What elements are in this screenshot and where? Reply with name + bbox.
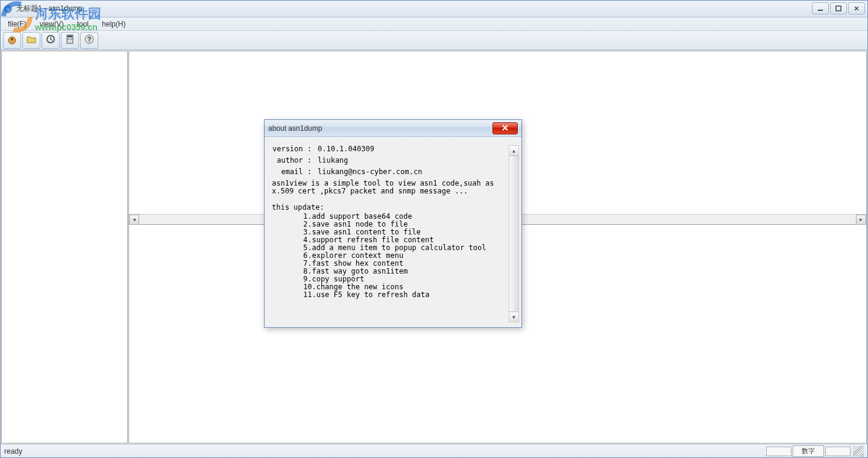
dialog-description: asn1view is a simple tool to view asn1 c… — [272, 180, 514, 195]
email-value: liukang@ncs-cyber.com.cn — [318, 168, 422, 176]
minimize-button[interactable] — [812, 2, 829, 14]
window-controls — [812, 2, 865, 14]
tool-btn-1[interactable] — [3, 32, 21, 49]
tree-pane[interactable] — [1, 51, 128, 444]
svg-rect-8 — [68, 36, 72, 37]
scroll-up-arrow[interactable]: ▲ — [509, 146, 518, 156]
menu-tool[interactable]: tool — [72, 19, 93, 30]
tool-btn-calc[interactable] — [61, 32, 79, 49]
toolbar: ? — [1, 31, 867, 50]
scroll-down-arrow[interactable]: ▼ — [509, 312, 518, 322]
scroll-thumb[interactable] — [509, 156, 518, 312]
svg-text:?: ? — [87, 36, 92, 43]
scroll-left-arrow[interactable]: ◄ — [129, 215, 139, 225]
dialog-titlebar[interactable]: about asn1dump — [265, 120, 521, 137]
author-label: author : — [272, 157, 318, 165]
titlebar: 无标题1 - asn1dump — [1, 1, 867, 17]
close-button[interactable] — [848, 2, 865, 14]
menu-help[interactable]: help(H) — [97, 19, 130, 30]
close-icon — [502, 124, 509, 133]
refresh-icon — [45, 34, 56, 46]
maximize-button[interactable] — [830, 2, 847, 14]
svg-point-5 — [11, 38, 13, 40]
svg-rect-10 — [69, 39, 71, 40]
help-icon: ? — [84, 34, 95, 46]
svg-rect-3 — [836, 6, 841, 11]
resize-grip[interactable] — [853, 446, 864, 457]
svg-rect-11 — [71, 39, 72, 40]
version-value: 0.10.1.040309 — [318, 145, 374, 153]
dialog-title: about asn1dump — [268, 124, 492, 133]
email-label: email : — [272, 168, 318, 176]
version-label: version : — [272, 145, 318, 153]
update-title: this update: — [272, 204, 514, 212]
statusbar: ready 数字 — [1, 444, 867, 457]
status-cell-1 — [766, 447, 791, 456]
app-icon — [3, 4, 13, 14]
menu-view[interactable]: view(V) — [35, 19, 69, 30]
menubar: file(F) view(V) tool help(H) — [1, 17, 867, 31]
tool-btn-help[interactable]: ? — [80, 32, 98, 49]
dialog-vertical-scrollbar[interactable]: ▲ ▼ — [509, 145, 519, 322]
calculator-icon — [64, 34, 75, 46]
update-item: 11.use F5 key to refresh data — [303, 291, 514, 299]
author-value: liukang — [318, 157, 348, 165]
tool-btn-open[interactable] — [22, 32, 40, 49]
svg-rect-9 — [68, 39, 69, 40]
window-title: 无标题1 - asn1dump — [16, 4, 82, 14]
svg-rect-2 — [818, 10, 823, 11]
tool-btn-refresh[interactable] — [42, 32, 60, 49]
status-ready: ready — [4, 447, 765, 456]
status-cell-3 — [825, 447, 851, 456]
folder-icon — [26, 34, 37, 46]
dialog-close-button[interactable] — [492, 122, 518, 134]
menu-file[interactable]: file(F) — [3, 19, 31, 30]
status-cell-numlock: 数字 — [793, 445, 824, 457]
about-dialog: about asn1dump version : 0.10.1.040309 a… — [264, 119, 522, 328]
svg-point-1 — [7, 8, 9, 10]
dialog-body: version : 0.10.1.040309 author : liukang… — [265, 137, 521, 327]
scroll-right-arrow[interactable]: ► — [856, 215, 866, 225]
update-list: 1.add support base64 code 2.save asn1 no… — [272, 213, 514, 299]
